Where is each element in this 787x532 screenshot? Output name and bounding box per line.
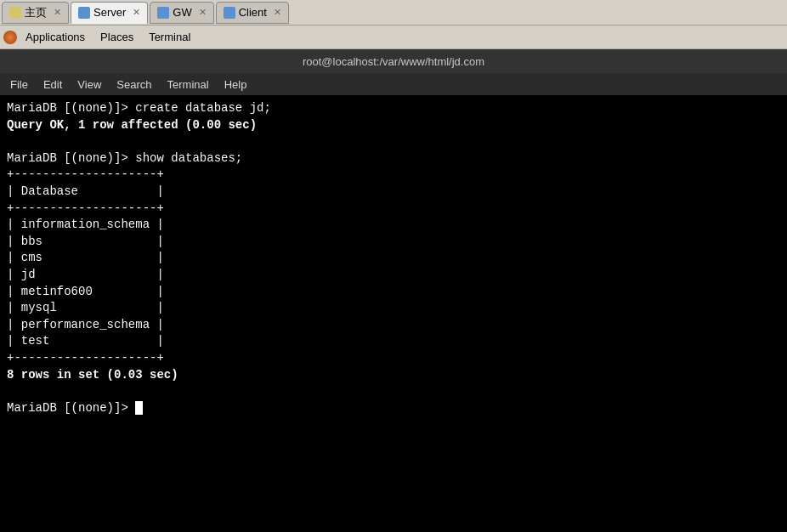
menu-terminal-label: Terminal [149,31,190,43]
terminal-icon-server [78,7,90,19]
menu-search[interactable]: Search [110,76,158,93]
tab-server[interactable]: Server ✕ [71,2,148,24]
terminal-area[interactable]: MariaDB [(none)]> create database jd; Qu… [0,95,787,532]
title-text: root@localhost:/var/www/html/jd.com [303,55,484,68]
menu-applications[interactable]: Applications [19,29,92,45]
tab-home-close[interactable]: ✕ [54,7,61,18]
tab-gw-label: GW [173,6,191,19]
menu-applications-label: Applications [25,31,85,43]
menu-edit[interactable]: Edit [37,76,69,93]
tab-home-label: 主页 [25,5,47,20]
menu-places[interactable]: Places [93,29,140,45]
menu-help[interactable]: Help [218,76,254,93]
tab-server-close[interactable]: ✕ [133,7,140,18]
menu-places-label: Places [100,31,133,43]
home-icon [9,7,21,19]
menu-terminal[interactable]: Terminal [142,29,197,45]
terminal-icon-gw [157,7,169,19]
tab-client-close[interactable]: ✕ [274,7,281,18]
menu-file[interactable]: File [3,76,35,93]
tab-gw-close[interactable]: ✕ [199,7,207,18]
menu-terminal[interactable]: Terminal [161,76,216,93]
tab-client-label: Client [239,6,267,19]
menu-view[interactable]: View [71,76,108,93]
app-menu-bar: Applications Places Terminal [0,25,787,49]
menu-bar: File Edit View Search Terminal Help [0,73,787,95]
gnome-icon [3,31,17,44]
title-bar: root@localhost:/var/www/html/jd.com [0,49,787,73]
terminal-icon-client [224,7,235,19]
tab-home[interactable]: 主页 ✕ [2,2,69,24]
tab-client[interactable]: Client ✕ [216,2,289,24]
terminal-cursor [135,401,143,415]
tab-bar: 主页 ✕ Server ✕ GW ✕ Client ✕ [0,0,787,25]
tab-server-label: Server [93,6,126,19]
tab-gw[interactable]: GW ✕ [150,2,213,24]
